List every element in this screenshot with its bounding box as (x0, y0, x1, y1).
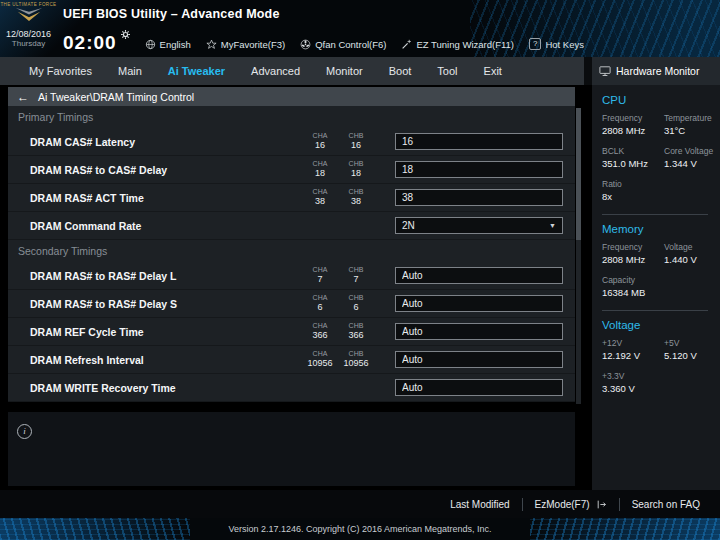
monitor-value: 8x (602, 191, 662, 202)
tuf-eagle-icon (14, 7, 44, 22)
setting-row: DRAM Refresh IntervalCHA10956CHB10956 (8, 346, 575, 374)
channel-value: CHB366 (341, 322, 371, 341)
ezmode-button[interactable]: EzMode(F7) (523, 499, 619, 510)
ezmode-switch-icon (596, 499, 607, 510)
monitor-divider (602, 310, 708, 311)
monitor-divider (602, 214, 708, 215)
setting-input[interactable] (395, 295, 563, 312)
breadcrumb-text: Ai Tweaker\DRAM Timing Control (38, 91, 194, 103)
monitor-value: 16384 MB (602, 287, 662, 298)
tab-main[interactable]: Main (105, 57, 155, 85)
channel-label: CHA (305, 188, 335, 196)
setting-label: DRAM WRITE Recovery Time (8, 382, 305, 394)
tab-exit[interactable]: Exit (471, 57, 515, 85)
tab-boot[interactable]: Boot (376, 57, 425, 85)
hotkeys-label: Hot Keys (545, 39, 584, 50)
setting-input[interactable] (395, 133, 563, 150)
hardware-monitor-panel: CPUFrequency2808 MHzTemperature31°CBCLK3… (592, 85, 720, 490)
channel-label: CHB (341, 350, 371, 358)
monitor-item: BCLK351.0 MHz (602, 146, 662, 169)
setting-input[interactable] (395, 351, 563, 368)
setting-label: DRAM Command Rate (8, 220, 305, 232)
monitor-group-title: CPU (602, 94, 714, 106)
myfavorite-button[interactable]: MyFavorite(F3) (206, 39, 285, 53)
monitor-label: Capacity (602, 275, 662, 285)
monitor-label: Frequency (602, 242, 662, 252)
channel-label: CHB (341, 132, 371, 140)
channel-value: CHA7 (305, 266, 335, 285)
setting-row: DRAM RAS# to RAS# Delay SCHA6CHB6 (8, 290, 575, 318)
channel-label: CHB (341, 322, 371, 330)
channel-current: 366 (305, 330, 335, 341)
setting-label: DRAM RAS# to RAS# Delay S (8, 298, 305, 310)
info-icon: i (17, 424, 32, 439)
back-arrow-icon[interactable]: ← (17, 91, 29, 103)
channel-label: CHB (341, 294, 371, 302)
monitor-label: +5V (664, 338, 714, 348)
monitor-item: +5V5.120 V (664, 338, 714, 361)
hotkeys-button[interactable]: ? Hot Keys (529, 38, 584, 53)
qfan-control-button[interactable]: Qfan Control(F6) (300, 39, 386, 53)
setting-row: DRAM RAS# ACT TimeCHA38CHB38 (8, 184, 575, 212)
ezmode-label: EzMode(F7) (535, 499, 590, 510)
tab-ai-tweaker[interactable]: Ai Tweaker (155, 57, 238, 85)
channel-label: CHA (305, 322, 335, 330)
channel-current: 6 (305, 302, 335, 313)
channel-label: CHA (305, 294, 335, 302)
channel-current: 10956 (341, 358, 371, 369)
monitor-label: Frequency (602, 113, 662, 123)
tab-advanced[interactable]: Advanced (238, 57, 313, 85)
setting-label: DRAM REF Cycle Time (8, 326, 305, 338)
tab-monitor[interactable]: Monitor (313, 57, 376, 85)
circuit-decoration-bottom-right (530, 518, 720, 540)
setting-label: DRAM RAS# to CAS# Delay (8, 164, 305, 176)
monitor-value: 1.344 V (664, 158, 714, 169)
breadcrumb[interactable]: ← Ai Tweaker\DRAM Timing Control (8, 87, 575, 106)
monitor-grid: Frequency2808 MHzTemperature31°CBCLK351.… (602, 113, 714, 202)
setting-row: DRAM RAS# to RAS# Delay LCHA7CHB7 (8, 262, 575, 290)
search-faq-button[interactable]: Search on FAQ (620, 499, 712, 510)
monitor-label: Ratio (602, 179, 662, 189)
scrollbar-thumb[interactable] (576, 108, 581, 240)
setting-input[interactable] (395, 161, 563, 178)
channel-value: CHB38 (341, 188, 371, 207)
last-modified-button[interactable]: Last Modified (438, 499, 521, 510)
setting-label: DRAM RAS# ACT Time (8, 192, 305, 204)
menu-bar: My FavoritesMainAi TweakerAdvancedMonito… (0, 57, 720, 85)
clock-settings-gear-icon[interactable] (121, 30, 130, 39)
monitor-label: Temperature (664, 113, 714, 123)
ez-tuning-wizard-button[interactable]: EZ Tuning Wizard(F11) (401, 39, 514, 53)
monitor-group-title: Memory (602, 223, 714, 235)
monitor-item: Voltage1.440 V (664, 242, 714, 265)
wand-icon (401, 39, 412, 50)
setting-input[interactable] (395, 267, 563, 284)
tab-tool[interactable]: Tool (424, 57, 470, 85)
scrollbar[interactable] (576, 108, 581, 404)
setting-input[interactable] (395, 323, 563, 340)
channel-value: CHA366 (305, 322, 335, 341)
language-button[interactable]: English (145, 39, 191, 53)
setting-label: DRAM Refresh Interval (8, 354, 305, 366)
monitor-label: Voltage (664, 242, 714, 252)
setting-input[interactable] (395, 379, 563, 396)
channel-current: 16 (305, 140, 335, 151)
setting-row: DRAM Command Rate2N▼ (8, 212, 575, 240)
channel-values: CHA10956CHB10956 (305, 350, 383, 369)
tab-my-favorites[interactable]: My Favorites (16, 57, 105, 85)
channel-values: CHA6CHB6 (305, 294, 383, 313)
language-label: English (160, 39, 191, 50)
setting-row: DRAM RAS# to CAS# DelayCHA18CHB18 (8, 156, 575, 184)
setting-select[interactable]: 2N▼ (395, 217, 563, 234)
info-panel: i (8, 412, 575, 486)
setting-row: DRAM WRITE Recovery Time (8, 374, 575, 402)
monitor-item: Frequency2808 MHz (602, 113, 662, 136)
monitor-value: 5.120 V (664, 350, 714, 361)
monitor-group-title: Voltage (602, 319, 714, 331)
setting-input[interactable] (395, 189, 563, 206)
setting-label: DRAM CAS# Latency (8, 136, 305, 148)
tuf-logo: THE ULTIMATE FORCE 12/08/2016 Thursday (0, 0, 57, 57)
question-icon: ? (529, 38, 541, 50)
monitor-label: +12V (602, 338, 662, 348)
page-title: UEFI BIOS Utility – Advanced Mode (63, 7, 280, 21)
monitor-value: 351.0 MHz (602, 158, 662, 169)
